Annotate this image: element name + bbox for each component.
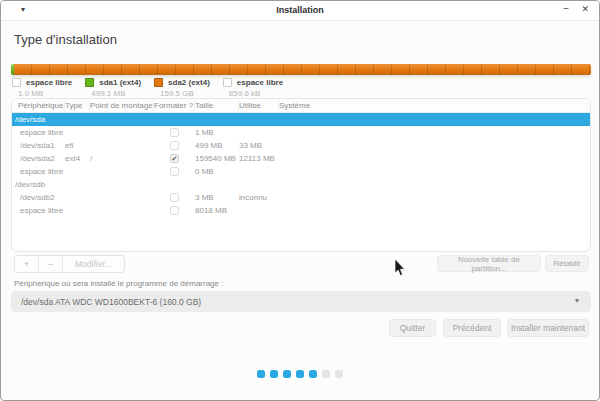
device-cell: /dev/sda2 <box>12 154 65 163</box>
install-now-button[interactable]: Installer maintenant <box>507 319 589 337</box>
used-cell: inconnu <box>239 193 279 202</box>
new-partition-table-button[interactable]: Nouvelle table de partition... <box>437 255 541 272</box>
add-partition-button[interactable]: + <box>15 256 39 272</box>
size-cell: 159540 MB <box>195 154 239 163</box>
size-cell: 1 MB <box>195 128 239 137</box>
column-header: Point de montage <box>90 99 154 112</box>
page-title: Type d'installation <box>14 32 117 47</box>
legend-color-swatch <box>223 78 232 87</box>
legend-size: 1.0 MB <box>18 89 72 98</box>
table-row[interactable]: /dev/sdb <box>12 178 590 191</box>
bootloader-device-select[interactable]: /dev/sda ATA WDC WD1600BEKT-6 (160.0 GB)… <box>11 291 591 312</box>
legend-label: sda1 (ext4) <box>99 78 141 87</box>
edit-partition-button[interactable]: Modifier... <box>63 256 124 272</box>
format-checkbox-cell <box>154 193 195 202</box>
legend-item: sda1 (ext4)499.1 MB <box>85 78 141 98</box>
legend-label: sda2 (ext4) <box>168 78 210 87</box>
format-checkbox[interactable] <box>170 193 179 202</box>
format-checkbox[interactable] <box>170 206 179 215</box>
legend-size: 859.6 kB <box>229 89 283 98</box>
device-cell: /dev/sda <box>12 115 65 124</box>
size-cell: 499 MB <box>195 141 239 150</box>
legend-item: espace libre1.0 MB <box>12 78 72 98</box>
format-checkbox-cell <box>154 206 195 215</box>
window-title: Installation <box>1 5 599 15</box>
titlebar: ▾ Installation − ✕ <box>1 1 599 21</box>
size-cell: 3 MB <box>195 193 239 202</box>
device-cell: /dev/sda1 <box>12 141 65 150</box>
format-checkbox[interactable]: ✔ <box>170 154 179 163</box>
progress-dot <box>283 370 291 378</box>
legend-color-swatch <box>12 78 21 87</box>
partition-legend: espace libre1.0 MBsda1 (ext4)499.1 MBsda… <box>12 78 296 98</box>
bootloader-device-value: /dev/sda ATA WDC WD1600BEKT-6 (160.0 GB) <box>11 297 201 307</box>
bar-segment-sda2 <box>14 64 591 75</box>
legend-item: espace libre859.6 kB <box>223 78 283 98</box>
size-cell: 0 MB <box>195 167 239 176</box>
bootloader-device-label: Périphérique où sera installé le program… <box>14 279 223 288</box>
legend-label: espace libre <box>237 78 283 87</box>
progress-dot <box>270 370 278 378</box>
format-checkbox-cell <box>154 141 195 150</box>
mouse-cursor <box>394 259 406 277</box>
legend-color-swatch <box>154 78 163 87</box>
device-cell: espace libre <box>12 167 65 176</box>
legend-color-swatch <box>85 78 94 87</box>
progress-dots <box>1 370 599 378</box>
partition-table: PériphériqueTypePoint de montageFormater… <box>11 98 591 252</box>
close-icon[interactable]: ✕ <box>581 4 589 14</box>
device-cell: /dev/sdb <box>12 180 65 189</box>
progress-dot <box>296 370 304 378</box>
type-cell: ext4 <box>65 154 90 163</box>
minimize-icon[interactable]: − <box>563 3 569 14</box>
format-checkbox[interactable] <box>170 141 179 150</box>
remove-partition-button[interactable]: − <box>39 256 63 272</box>
installer-window: ▾ Installation − ✕ Type d'installation e… <box>0 0 600 401</box>
column-header: Formater ? <box>154 99 195 112</box>
column-header: Périphérique <box>12 99 65 112</box>
format-checkbox-cell <box>154 167 195 176</box>
column-header: Utilisé <box>239 99 279 112</box>
table-row[interactable]: espace libre0 MB <box>12 165 590 178</box>
partition-usage-bar <box>11 64 591 75</box>
progress-dot <box>309 370 317 378</box>
table-row[interactable]: /dev/sda1efi499 MB33 MB <box>12 139 590 152</box>
format-checkbox-cell: ✔ <box>154 154 195 163</box>
table-row[interactable]: /dev/sdb23 MBinconnu <box>12 191 590 204</box>
format-checkbox[interactable] <box>170 167 179 176</box>
revert-button[interactable]: Rétablir <box>545 255 589 272</box>
quit-button[interactable]: Quitter <box>389 319 436 337</box>
column-header: Type <box>65 99 90 112</box>
used-cell: 12113 MB <box>239 154 279 163</box>
legend-label: espace libre <box>26 78 72 87</box>
type-cell: efi <box>65 141 90 150</box>
back-button[interactable]: Précédent <box>443 319 501 337</box>
device-cell: /dev/sdb2 <box>12 193 65 202</box>
progress-dot <box>322 370 330 378</box>
legend-size: 499.1 MB <box>91 89 141 98</box>
table-row[interactable]: espace libre8018 MB <box>12 204 590 217</box>
partition-edit-toolbar: + − Modifier... <box>14 255 125 273</box>
progress-dot <box>257 370 265 378</box>
used-cell: 33 MB <box>239 141 279 150</box>
legend-size: 159.5 GB <box>160 89 210 98</box>
column-header: Taille <box>195 99 239 112</box>
format-checkbox[interactable] <box>170 128 179 137</box>
column-header: Système <box>279 99 590 112</box>
format-checkbox-cell <box>154 128 195 137</box>
table-header-row: PériphériqueTypePoint de montageFormater… <box>12 99 590 113</box>
device-cell: espace libre <box>12 128 65 137</box>
progress-dot <box>335 370 343 378</box>
size-cell: 8018 MB <box>195 206 239 215</box>
device-cell: espace libre <box>12 206 65 215</box>
table-row[interactable]: /dev/sda <box>12 113 590 126</box>
chevron-down-icon: ▾ <box>575 296 579 305</box>
mount-cell: / <box>90 154 154 163</box>
table-row[interactable]: /dev/sda2ext4/✔159540 MB12113 MB <box>12 152 590 165</box>
legend-item: sda2 (ext4)159.5 GB <box>154 78 210 98</box>
table-row[interactable]: espace libre1 MB <box>12 126 590 139</box>
